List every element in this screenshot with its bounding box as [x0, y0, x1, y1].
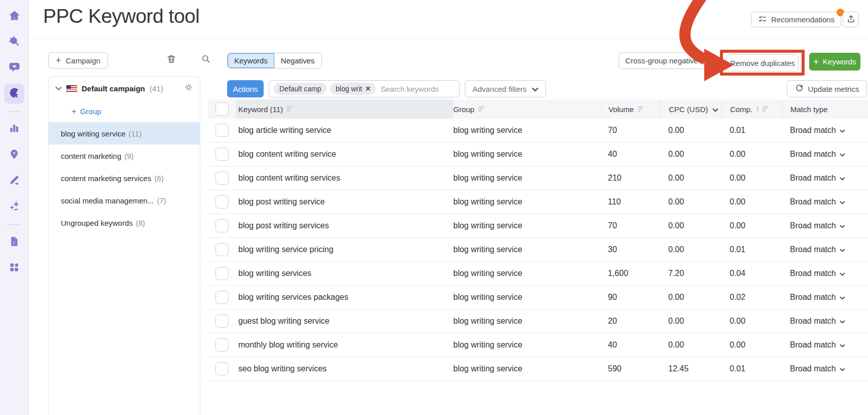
update-metrics-button[interactable]: Update metrics [787, 80, 867, 97]
cpc-column-label: CPC (USD) [669, 105, 708, 114]
export-icon [847, 15, 855, 25]
home-icon [9, 10, 20, 23]
row-checkbox[interactable] [215, 315, 229, 328]
sidebar-item-home[interactable] [4, 6, 24, 26]
sort-icon[interactable] [287, 107, 293, 112]
keyword-cell: blog post writing service [236, 197, 453, 206]
table-row: blog writing service pricing blog writin… [208, 238, 868, 262]
match-type-value: Broad match [790, 245, 836, 254]
group-cell: blog writing service [453, 364, 600, 373]
cpc-cell: 0.00 [660, 221, 721, 230]
table-row: blog article writing service blog writin… [208, 119, 868, 143]
remove-duplicates-button[interactable]: Remove duplicates [727, 54, 799, 72]
group-item-blog-writing-service[interactable]: blog writing service (11) [49, 122, 200, 145]
keyword-cell: guest blog writing service [236, 317, 453, 326]
match-type-dropdown[interactable]: Broad match [782, 245, 868, 254]
gear-icon[interactable] [184, 83, 193, 94]
search-groups-button[interactable] [200, 54, 212, 66]
group-cell: blog writing service [453, 150, 600, 159]
match-type-dropdown[interactable]: Broad match [782, 197, 868, 206]
group-cell: blog writing service [453, 269, 600, 278]
column-header-group[interactable]: Group [453, 99, 600, 119]
group-name: content marketing [61, 152, 121, 160]
delete-campaign-button[interactable] [165, 54, 177, 66]
keyword-search-box[interactable]: Default campaign blog writ × [269, 80, 460, 97]
cross-group-negatives-button[interactable]: Cross-group negative [619, 52, 705, 69]
filter-chip-keyword[interactable]: blog writ × [330, 83, 376, 95]
sidebar-divider [8, 111, 21, 112]
sidebar-item-engagement[interactable] [4, 58, 24, 78]
campaign-panel: Default campaign (41) + Group blog writi… [48, 76, 200, 415]
tab-keywords[interactable]: Keywords [228, 53, 274, 68]
sidebar-divider [8, 224, 21, 225]
sort-icon[interactable] [479, 107, 484, 112]
row-checkbox[interactable] [215, 243, 229, 256]
plus-icon: + [71, 107, 77, 116]
add-group-button[interactable]: + Group [49, 100, 200, 122]
add-campaign-button[interactable]: + Campaign [48, 52, 108, 68]
sidebar-item-reports[interactable] [4, 232, 24, 253]
match-type-dropdown[interactable]: Broad match [782, 269, 868, 278]
table-row: blog post writing service blog writing s… [208, 190, 868, 214]
add-keywords-button[interactable]: + Keywords [809, 53, 860, 71]
row-checkbox[interactable] [215, 195, 229, 209]
group-item-content-marketing-services[interactable]: content marketing services (6) [49, 167, 200, 189]
match-type-value: Broad match [790, 340, 836, 350]
match-type-dropdown[interactable]: Broad match [782, 174, 868, 183]
row-checkbox[interactable] [215, 267, 229, 280]
row-checkbox[interactable] [215, 362, 229, 375]
match-type-dropdown[interactable]: Broad match [782, 126, 868, 135]
column-header-volume[interactable]: Volume [600, 99, 660, 119]
match-type-dropdown[interactable]: Broad match [782, 221, 868, 230]
cpc-cell: 0.00 [660, 245, 721, 254]
match-type-dropdown[interactable]: Broad match [782, 150, 868, 159]
column-header-comp[interactable]: Comp. i [721, 99, 782, 119]
group-item-social-media-management[interactable]: social media managemen... (7) [49, 189, 200, 212]
close-icon[interactable]: × [366, 85, 370, 93]
row-checkbox[interactable] [215, 148, 229, 161]
sidebar-item-ppc-tool[interactable] [4, 84, 24, 104]
match-type-value: Broad match [790, 150, 836, 159]
sidebar-item-apps[interactable] [4, 258, 24, 279]
tab-negatives[interactable]: Negatives [274, 53, 321, 68]
keywords-negatives-tabs: Keywords Negatives [227, 53, 322, 68]
advanced-filters-button[interactable]: Advanced filters [465, 80, 546, 97]
sidebar-item-prospecting[interactable] [4, 32, 24, 52]
campaign-count: (41) [150, 84, 163, 93]
sort-icon[interactable] [763, 107, 768, 112]
group-cell: blog writing service [453, 174, 600, 183]
match-type-value: Broad match [790, 269, 836, 278]
sidebar-item-content[interactable] [4, 171, 24, 191]
match-type-dropdown[interactable]: Broad match [782, 364, 868, 373]
row-checkbox[interactable] [215, 291, 229, 304]
row-checkbox[interactable] [215, 124, 229, 137]
sort-icon[interactable] [638, 107, 643, 112]
row-checkbox[interactable] [215, 219, 229, 232]
chevron-down-icon [840, 269, 845, 278]
plus-icon: + [813, 57, 819, 66]
chevron-down-icon[interactable] [55, 84, 62, 93]
match-type-dropdown[interactable]: Broad match [782, 293, 868, 302]
select-all-checkbox[interactable] [215, 102, 229, 116]
row-checkbox[interactable] [215, 171, 229, 185]
group-count: (7) [157, 196, 166, 205]
recommendations-button[interactable]: Recommendations [751, 12, 841, 27]
sidebar-item-local[interactable] [4, 145, 24, 165]
table-row: seo blog writing services blog writing s… [208, 357, 868, 381]
group-item-ungrouped-keywords[interactable]: Ungrouped keywords (8) [49, 212, 200, 234]
actions-button[interactable]: Actions [227, 80, 264, 97]
group-item-content-marketing[interactable]: content marketing (9) [49, 145, 200, 167]
column-header-cpc[interactable]: CPC (USD) [660, 99, 721, 119]
match-type-dropdown[interactable]: Broad match [782, 317, 868, 326]
volume-cell: 590 [600, 364, 660, 373]
sidebar-item-analytics[interactable] [4, 119, 24, 140]
search-keywords-input[interactable] [379, 84, 455, 94]
table-row: guest blog writing service blog writing … [208, 309, 868, 333]
row-checkbox[interactable] [215, 338, 229, 352]
campaign-row[interactable]: Default campaign (41) [49, 77, 200, 100]
match-type-dropdown[interactable]: Broad match [782, 340, 868, 350]
column-header-keyword[interactable]: Keyword (11) [236, 99, 453, 119]
filter-chip-campaign[interactable]: Default campaign [274, 83, 327, 95]
sidebar-item-ai[interactable] [4, 197, 24, 217]
export-button[interactable] [843, 12, 859, 27]
